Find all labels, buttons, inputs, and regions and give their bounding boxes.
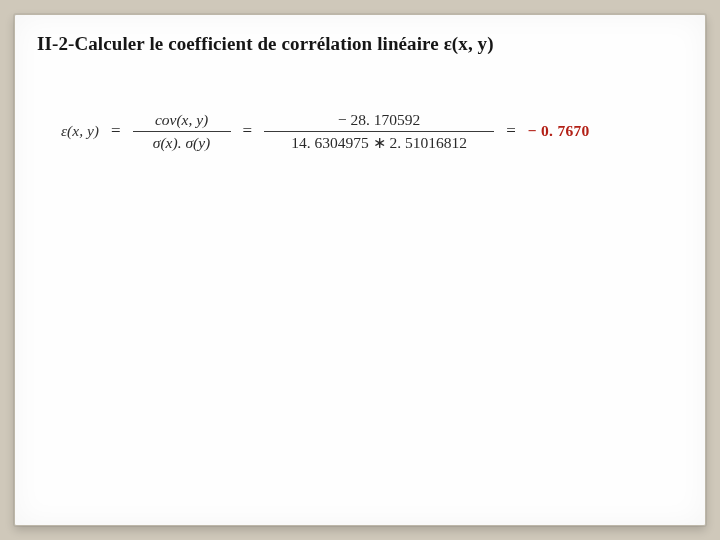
slide-card: II-2-Calculer le coefficient de corrélat… — [14, 14, 706, 526]
slide-title: II-2-Calculer le coefficient de corrélat… — [37, 33, 687, 55]
equals-sign-2: = — [243, 121, 253, 141]
correlation-equation: ε(x, y) = cov(x, y) σ(x). σ(y) = − 28. 1… — [61, 109, 687, 154]
fraction-numeric-denominator: 14. 6304975 ∗ 2. 51016812 — [285, 132, 473, 154]
equals-sign-1: = — [111, 121, 121, 141]
equation-lhs: ε(x, y) — [61, 122, 99, 140]
equals-sign-3: = — [506, 121, 516, 141]
fraction-symbolic-denominator: σ(x). σ(y) — [147, 132, 216, 154]
fraction-numeric: − 28. 170592 14. 6304975 ∗ 2. 51016812 — [264, 109, 494, 154]
equation-result: − 0. 7670 — [528, 122, 590, 140]
fraction-symbolic: cov(x, y) σ(x). σ(y) — [133, 109, 231, 154]
fraction-numeric-numerator: − 28. 170592 — [332, 109, 426, 131]
fraction-symbolic-numerator: cov(x, y) — [149, 109, 214, 131]
